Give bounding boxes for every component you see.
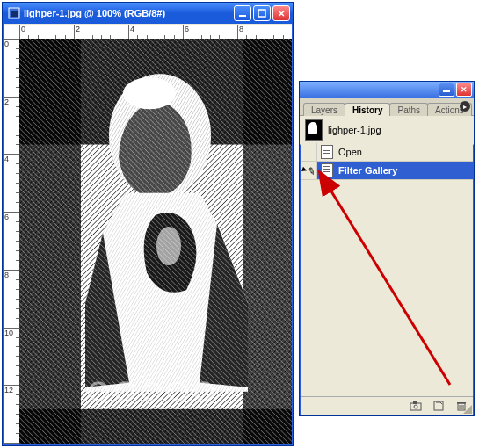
filter-step-icon — [317, 163, 337, 177]
panel-footer — [301, 396, 473, 415]
document-body: 0246810 02468101214 — [4, 25, 292, 444]
document-window[interactable]: lighper-1.jpg @ 100% (RGB/8#) ✕ 0246810 … — [2, 2, 294, 446]
svg-rect-14 — [19, 409, 292, 444]
svg-point-17 — [123, 77, 176, 109]
canvas[interactable] — [19, 39, 292, 444]
ruler-vertical[interactable]: 02468101214 — [4, 39, 20, 444]
snapshot-icon[interactable] — [410, 400, 422, 412]
svg-rect-13 — [243, 39, 292, 444]
history-brush-marker[interactable] — [301, 143, 317, 161]
tab-paths[interactable]: Paths — [389, 103, 428, 116]
svg-rect-24 — [443, 90, 450, 92]
history-item[interactable]: ▸✎ Filter Gallery — [301, 162, 473, 180]
photoshop-doc-icon — [8, 7, 20, 19]
panel-tabs: Layers History Paths Actions ▸ — [300, 98, 474, 116]
history-list: Open ▸✎ Filter Gallery — [301, 143, 473, 396]
history-item-label: Open — [337, 147, 473, 157]
svg-point-29 — [414, 405, 417, 408]
svg-point-18 — [156, 227, 181, 265]
minimize-button[interactable] — [234, 5, 251, 21]
history-panel-window[interactable]: ✕ Layers History Paths Actions ▸ lighper… — [299, 81, 475, 416]
panel-minimize-button[interactable] — [439, 83, 454, 97]
open-step-icon — [317, 145, 337, 159]
close-button[interactable]: ✕ — [272, 5, 290, 21]
annotation-arrow — [301, 143, 473, 396]
ruler-origin[interactable] — [4, 25, 20, 40]
svg-rect-2 — [239, 15, 246, 17]
history-brush-icon: ▸✎ — [301, 163, 316, 177]
panel-titlebar[interactable]: ✕ — [300, 82, 474, 98]
svg-rect-28 — [413, 401, 417, 404]
history-source-row[interactable]: lighper-1.jpg — [300, 116, 474, 145]
history-source-label: lighper-1.jpg — [328, 125, 381, 135]
svg-rect-12 — [19, 39, 81, 444]
svg-rect-3 — [258, 10, 265, 17]
panel-menu-icon[interactable]: ▸ — [460, 101, 470, 112]
tab-history[interactable]: History — [345, 103, 390, 116]
ruler-horizontal[interactable]: 0246810 — [19, 25, 292, 40]
history-item-label: Filter Gallery — [337, 165, 473, 176]
tab-layers[interactable]: Layers — [303, 103, 345, 116]
history-source-thumbnail — [305, 119, 323, 141]
document-titlebar[interactable]: lighper-1.jpg @ 100% (RGB/8#) ✕ — [3, 3, 293, 24]
document-title: lighper-1.jpg @ 100% (RGB/8#) — [24, 8, 165, 18]
svg-rect-27 — [410, 403, 421, 410]
history-item[interactable]: Open — [301, 143, 473, 162]
panel-close-button[interactable]: ✕ — [456, 83, 472, 97]
svg-line-26 — [329, 187, 450, 385]
new-state-icon[interactable] — [432, 400, 445, 412]
svg-rect-1 — [11, 11, 18, 17]
resize-grip[interactable] — [461, 403, 472, 414]
maximize-button[interactable] — [253, 5, 271, 21]
history-brush-marker[interactable]: ▸✎ — [301, 162, 317, 179]
